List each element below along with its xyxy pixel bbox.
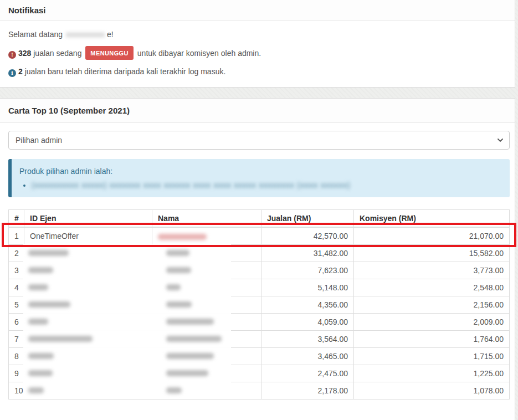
cell-rank: 8	[9, 348, 24, 365]
cell-jualan: 4,059.00	[261, 314, 354, 331]
redaction-blur-overlay	[23, 244, 231, 399]
cell-komisyen: 15,582.00	[354, 245, 510, 262]
col-header-rank: #	[9, 210, 24, 228]
cell-komisyen: 1,078.00	[354, 382, 510, 399]
redacted-id-pill	[28, 284, 48, 290]
cell-komisyen: 1,764.00	[354, 331, 510, 348]
cell-jualan: 4,356.00	[261, 296, 354, 314]
redacted-nama-pill	[166, 319, 214, 325]
cell-jualan: 5,148.00	[261, 279, 354, 296]
info-box-product-item: (xxxxxxxxxx xxxxx) xxxxxxx xxxx xxxxxx x…	[32, 180, 501, 191]
cell-rank: 6	[9, 314, 24, 331]
alert-count: 2	[18, 67, 23, 76]
cell-id-ejen: OneTimeOffer	[24, 228, 152, 245]
notification-line: !328 jualan sedang MENUNGGU untuk dibaya…	[8, 46, 506, 60]
redacted-row-slot	[23, 365, 231, 382]
redacted-id-pill	[28, 267, 53, 273]
top10-chart-panel: Carta Top 10 (September 2021) Pilihan ad…	[0, 98, 515, 420]
info-circle-icon: i	[8, 69, 16, 77]
redacted-id-pill	[28, 370, 53, 376]
redacted-row-slot	[23, 382, 231, 399]
cell-jualan: 31,482.00	[261, 245, 354, 262]
redacted-row-slot	[23, 347, 231, 365]
cell-komisyen: 2,156.00	[354, 296, 510, 314]
redacted-product-text: (xxxxxxxxxx xxxxx) xxxxxxx xxxx xxxxxx x…	[32, 181, 351, 189]
table-row: 1OneTimeOffer42,570.0021,070.00	[9, 228, 510, 245]
redacted-row-slot	[23, 330, 231, 347]
col-header-id-ejen: ID Ejen	[24, 210, 152, 228]
table-header-row: # ID Ejen Nama Jualan (RM) Komisyen (RM)	[9, 210, 510, 228]
welcome-suffix: e!	[107, 30, 114, 39]
top10-chart-title: Carta Top 10 (September 2021)	[0, 99, 515, 123]
top10-table-wrap: # ID Ejen Nama Jualan (RM) Komisyen (RM)…	[8, 209, 510, 399]
redacted-nama-pill	[166, 387, 182, 393]
notifications-panel: Notifikasi Selamat datangxxxxxxxxxxe! !3…	[0, 0, 515, 88]
cell-komisyen: 3,773.00	[354, 262, 510, 279]
cell-nama	[152, 228, 261, 245]
admin-pick-select[interactable]: Pilihan admin	[8, 131, 510, 150]
cell-rank: 1	[9, 228, 24, 245]
status-badge: MENUNGGU	[85, 46, 134, 60]
redacted-nama-pill	[166, 301, 192, 308]
cell-rank: 10	[9, 382, 24, 399]
cell-rank: 5	[9, 296, 24, 314]
cell-komisyen: 2,009.00	[354, 314, 510, 331]
col-header-nama: Nama	[152, 210, 261, 228]
admin-pick-select-wrap: Pilihan admin	[8, 131, 510, 150]
col-header-jualan: Jualan (RM)	[261, 210, 354, 228]
cell-jualan: 3,564.00	[261, 331, 354, 348]
redacted-name-pill	[158, 234, 207, 240]
cell-jualan: 42,570.00	[261, 228, 354, 245]
info-box-heading: Produk pilihan admin ialah:	[19, 166, 501, 177]
redacted-id-pill	[28, 250, 69, 256]
redacted-row-slot	[23, 244, 231, 262]
alert-count: 328	[18, 49, 31, 58]
cell-jualan: 3,465.00	[261, 348, 354, 365]
cell-rank: 3	[9, 262, 24, 279]
cell-komisyen: 1,715.00	[354, 348, 510, 365]
redacted-nama-pill	[166, 250, 189, 256]
redacted-nama-pill	[166, 284, 181, 290]
cell-jualan: 7,623.00	[261, 262, 354, 279]
redacted-row-slot	[23, 262, 231, 279]
redacted-id-pill	[28, 353, 54, 359]
admin-pick-info-box: Produk pilihan admin ialah: (xxxxxxxxxx …	[8, 159, 510, 197]
cell-rank: 7	[9, 331, 24, 348]
cell-rank: 9	[9, 365, 24, 382]
redacted-row-slot	[23, 313, 231, 330]
notification-line: i2 jualan baru telah diterima daripada k…	[8, 66, 506, 77]
cell-jualan: 2,475.00	[261, 365, 354, 382]
redacted-nama-pill	[166, 336, 222, 342]
redacted-nama-pill	[166, 370, 208, 376]
redacted-id-pill	[28, 336, 93, 342]
cell-komisyen: 2,548.00	[354, 279, 510, 296]
redacted-row-slot	[23, 296, 231, 313]
redacted-nama-pill	[166, 267, 191, 273]
welcome-prefix: Selamat datang	[8, 30, 63, 39]
redacted-id-pill	[28, 301, 70, 308]
cell-rank: 4	[9, 279, 24, 296]
redacted-username: xxxxxxxxxx	[66, 29, 105, 40]
cell-rank: 2	[9, 245, 24, 262]
exclamation-circle-icon: !	[8, 51, 16, 59]
cell-komisyen: 21,070.00	[354, 228, 510, 245]
redacted-id-pill	[28, 387, 44, 393]
redacted-row-slot	[23, 279, 231, 296]
col-header-komisyen: Komisyen (RM)	[354, 210, 510, 228]
cell-komisyen: 1,225.00	[354, 365, 510, 382]
welcome-message: Selamat datangxxxxxxxxxxe!	[8, 29, 506, 40]
redacted-nama-pill	[166, 353, 214, 359]
cell-jualan: 2,178.00	[261, 382, 354, 399]
notifications-panel-title: Notifikasi	[0, 0, 515, 21]
redacted-id-pill	[28, 319, 48, 325]
